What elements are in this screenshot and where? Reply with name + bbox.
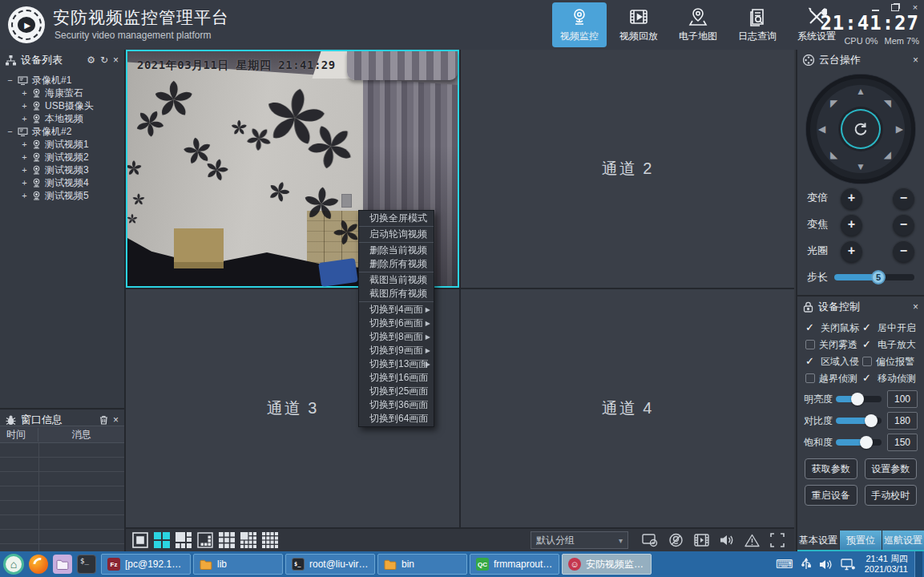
menu-item-start-polling[interactable]: 启动轮询视频 bbox=[359, 228, 434, 241]
nav-log-query[interactable]: 日志查询 bbox=[730, 2, 785, 47]
tree-node-nvr2[interactable]: − 录像机#2 bbox=[0, 125, 124, 138]
menu-item-snapshot-all[interactable]: 截图所有视频 bbox=[359, 287, 434, 301]
ptz-up-left-button[interactable]: ◤ bbox=[830, 99, 837, 108]
iris-close-button[interactable]: − bbox=[893, 240, 914, 262]
ptz-down-button[interactable]: ▼ bbox=[856, 162, 865, 171]
menu-item-split-4[interactable]: 切换到4画面▶ bbox=[359, 303, 434, 317]
expand-icon[interactable]: + bbox=[21, 191, 28, 200]
tab-basic-settings[interactable]: 基本设置 bbox=[797, 531, 839, 550]
tree-node-camera[interactable]: + 海康萤石 bbox=[0, 87, 124, 99]
checkbox-center-on[interactable]: ✓居中开启 bbox=[862, 322, 918, 333]
video-channel-4[interactable]: 通道 4 bbox=[461, 289, 794, 527]
tree-node-camera[interactable]: + 本地视频 bbox=[0, 112, 124, 125]
tray-volume-icon[interactable] bbox=[819, 559, 833, 571]
fullscreen-icon[interactable] bbox=[770, 533, 785, 547]
tab-preset[interactable]: 预置位 bbox=[839, 531, 882, 550]
ptz-close-icon[interactable]: × bbox=[913, 55, 918, 65]
step-slider[interactable]: 5 bbox=[834, 274, 914, 280]
volume-icon[interactable] bbox=[720, 534, 734, 547]
checkbox-offset-alarm[interactable]: 偏位报警 bbox=[862, 356, 918, 367]
ptz-up-right-button[interactable]: ◥ bbox=[884, 99, 891, 108]
collapse-icon[interactable]: − bbox=[6, 75, 14, 85]
ptz-left-button[interactable]: ◀ bbox=[818, 124, 825, 134]
ptz-down-right-button[interactable]: ◢ bbox=[884, 150, 891, 159]
device-settings-gear-icon[interactable]: ⚙ bbox=[87, 55, 95, 65]
close-button[interactable]: × bbox=[910, 3, 920, 11]
file-manager-icon[interactable] bbox=[53, 555, 72, 574]
manual-time-sync-button[interactable]: 手动校时 bbox=[865, 485, 918, 506]
stream-quality-icon[interactable] bbox=[642, 533, 658, 547]
focus-in-button[interactable]: + bbox=[841, 214, 862, 236]
slider-knob[interactable] bbox=[851, 393, 864, 406]
menu-item-split-16[interactable]: 切换到16画面 bbox=[359, 371, 434, 385]
tree-node-camera[interactable]: + 测试视频4 bbox=[0, 176, 124, 189]
slider-knob[interactable] bbox=[860, 436, 873, 449]
checkbox-area-intrusion[interactable]: ✓区域入侵 bbox=[805, 356, 861, 367]
camera-off-icon[interactable] bbox=[668, 533, 684, 547]
collapse-icon[interactable]: − bbox=[6, 127, 14, 136]
network-display-icon[interactable] bbox=[841, 559, 855, 571]
usb-icon[interactable] bbox=[801, 558, 811, 571]
menu-item-delete-all[interactable]: 删除所有视频 bbox=[359, 257, 434, 271]
contrast-slider[interactable] bbox=[836, 418, 882, 424]
menu-item-split-25[interactable]: 切换到25画面 bbox=[359, 385, 434, 398]
tree-node-nvr1[interactable]: − 录像机#1 bbox=[0, 74, 124, 87]
saturation-slider[interactable] bbox=[836, 439, 882, 446]
task-folder-bin[interactable]: bin bbox=[377, 554, 467, 575]
set-params-button[interactable]: 设置参数 bbox=[865, 458, 918, 479]
restart-device-button[interactable]: 重启设备 bbox=[805, 485, 857, 506]
slider-knob[interactable] bbox=[865, 414, 878, 427]
show-desktop-button[interactable] bbox=[914, 551, 922, 577]
device-list-close-icon[interactable]: × bbox=[113, 55, 119, 65]
ptz-right-button[interactable]: ▶ bbox=[896, 124, 903, 134]
task-security-app[interactable]: ☺ 安防视频监控管... bbox=[562, 554, 652, 575]
menu-item-split-9[interactable]: 切换到9画面▶ bbox=[359, 344, 434, 357]
expand-icon[interactable]: + bbox=[21, 139, 28, 149]
iris-open-button[interactable]: + bbox=[841, 240, 862, 262]
start-menu-button[interactable]: ⌂ bbox=[3, 554, 24, 575]
nav-video-monitor[interactable]: 视频监控 bbox=[552, 2, 607, 47]
get-params-button[interactable]: 获取参数 bbox=[805, 458, 857, 479]
tray-clock[interactable]: 21:41 周四 2021/03/11 bbox=[863, 554, 908, 575]
step-slider-knob[interactable]: 5 bbox=[871, 270, 886, 284]
menu-item-delete-current[interactable]: 删除当前视频 bbox=[359, 244, 434, 257]
expand-icon[interactable]: + bbox=[21, 114, 28, 123]
tree-node-camera[interactable]: + USB摄像头 bbox=[0, 99, 124, 112]
ptz-auto-scan-button[interactable] bbox=[841, 109, 881, 149]
video-channel-2[interactable]: 通道 2 bbox=[461, 50, 794, 288]
menu-item-split-6[interactable]: 切换到6画面▶ bbox=[359, 317, 434, 330]
menu-item-split-64[interactable]: 切换到64画面 bbox=[359, 412, 434, 426]
focus-out-button[interactable]: − bbox=[893, 214, 914, 236]
task-filezilla[interactable]: Fz [pc@192.168.0.... bbox=[101, 554, 191, 575]
checkbox-cross-line[interactable]: 越界侦测 bbox=[805, 373, 861, 384]
layout-8-icon[interactable] bbox=[197, 532, 213, 548]
checkbox-defog-off[interactable]: 关闭雾透 bbox=[805, 339, 861, 350]
record-icon[interactable] bbox=[694, 534, 709, 547]
checkbox-digital-zoom[interactable]: ✓电子放大 bbox=[862, 339, 918, 350]
expand-icon[interactable]: + bbox=[21, 178, 28, 188]
menu-item-snapshot-current[interactable]: 截图当前视频 bbox=[359, 273, 434, 287]
layout-9-icon[interactable] bbox=[219, 532, 235, 548]
ptz-down-left-button[interactable]: ◣ bbox=[830, 150, 837, 159]
expand-icon[interactable]: + bbox=[21, 165, 28, 175]
tab-cruise-settings[interactable]: 巡航设置 bbox=[882, 531, 924, 550]
tree-node-camera[interactable]: + 测试视频3 bbox=[0, 163, 124, 176]
expand-icon[interactable]: + bbox=[21, 88, 28, 98]
task-terminal-root[interactable]: $_ root@liu-virtual... bbox=[285, 554, 375, 575]
expand-icon[interactable]: + bbox=[21, 101, 28, 111]
menu-item-fullscreen[interactable]: 切换全屏模式 bbox=[359, 212, 434, 225]
layout-16-icon[interactable] bbox=[262, 532, 278, 548]
menu-item-split-36[interactable]: 切换到36画面 bbox=[359, 398, 434, 412]
layout-1-icon[interactable] bbox=[132, 532, 148, 548]
terminal-launcher-icon[interactable]: $_ bbox=[77, 555, 96, 574]
tree-node-camera[interactable]: + 测试视频5 bbox=[0, 189, 124, 202]
zoom-in-button[interactable]: + bbox=[841, 188, 862, 209]
checkbox-motion-detect[interactable]: ✓移动侦测 bbox=[862, 373, 918, 384]
zoom-out-button[interactable]: − bbox=[893, 188, 914, 209]
menu-item-split-13[interactable]: 切换到13画面▶ bbox=[359, 357, 434, 371]
window-info-close-icon[interactable]: × bbox=[113, 415, 119, 425]
trash-icon[interactable] bbox=[99, 415, 108, 425]
checkbox-close-mouse[interactable]: ✓关闭鼠标 bbox=[805, 322, 861, 333]
layout-6-icon[interactable] bbox=[176, 532, 192, 548]
task-qtcreator[interactable]: QC frmmaproute.h ... bbox=[470, 554, 559, 575]
